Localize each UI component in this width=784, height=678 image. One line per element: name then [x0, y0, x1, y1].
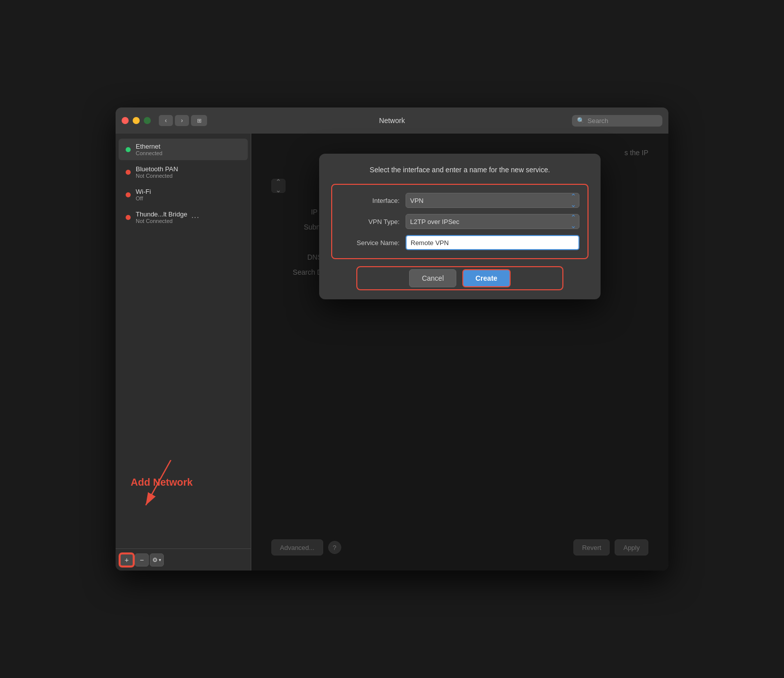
new-service-modal: Select the interface and enter a name fo…	[319, 154, 601, 299]
sidebar-item-thunderbolt[interactable]: Thunde...lt Bridge Not Connected ···	[119, 206, 248, 228]
search-input[interactable]	[587, 117, 657, 125]
add-network-button[interactable]: +	[120, 553, 134, 567]
three-dots-icon: ···	[191, 213, 200, 222]
annotation-area: Add Network	[116, 345, 251, 548]
window-title: Network	[379, 117, 405, 125]
annotation-arrow-svg	[141, 460, 201, 530]
interface-select-wrapper: VPN ⌃⌄	[406, 193, 579, 208]
modal-overlay: Select the interface and enter a name fo…	[251, 134, 668, 571]
ethernet-name: Ethernet	[136, 143, 162, 150]
sidebar-item-wifi[interactable]: Wi-Fi Off	[119, 184, 248, 205]
bluetooth-name: Bluetooth PAN	[136, 165, 178, 173]
maximize-button[interactable]	[144, 117, 151, 124]
wifi-info: Wi-Fi Off	[136, 188, 151, 201]
search-icon: 🔍	[577, 117, 584, 124]
vpn-type-select[interactable]: L2TP over IPSec	[406, 214, 579, 229]
modal-buttons: Cancel Create	[331, 269, 589, 287]
thunderbolt-status: Not Connected	[136, 218, 187, 224]
bluetooth-info: Bluetooth PAN Not Connected	[136, 165, 178, 179]
main-content: Ethernet Connected Bluetooth PAN Not Con…	[116, 134, 668, 571]
status-dot-ethernet	[126, 147, 131, 152]
sidebar-item-ethernet[interactable]: Ethernet Connected	[119, 139, 248, 160]
modal-title: Select the interface and enter a name fo…	[331, 166, 589, 174]
titlebar: ‹ › ⊞ Network 🔍	[116, 107, 668, 134]
service-name-label: Service Name:	[340, 239, 406, 247]
ethernet-info: Ethernet Connected	[136, 143, 162, 156]
gear-icon: ⚙	[152, 556, 158, 563]
interface-select[interactable]: VPN	[406, 193, 579, 208]
right-panel: s the IP ⌃⌄ IP Address: 192.168.1.100 Su…	[251, 134, 668, 571]
status-dot-bluetooth	[126, 170, 131, 175]
sidebar-controls: + − ⚙ ▾	[116, 548, 251, 571]
bluetooth-status: Not Connected	[136, 173, 178, 179]
vpn-type-select-wrapper: L2TP over IPSec ⌃⌄	[406, 214, 579, 229]
interface-label: Interface:	[340, 197, 406, 204]
sidebar-item-bluetooth[interactable]: Bluetooth PAN Not Connected	[119, 161, 248, 183]
grid-button[interactable]: ⊞	[191, 115, 207, 126]
minimize-button[interactable]	[133, 117, 140, 124]
cancel-button[interactable]: Cancel	[409, 269, 456, 287]
modal-form: Interface: VPN ⌃⌄ VPN Type:	[331, 184, 589, 259]
service-name-row: Service Name:	[340, 235, 579, 250]
status-dot-wifi	[126, 192, 131, 197]
buttons-highlight-border	[356, 266, 563, 290]
network-list: Ethernet Connected Bluetooth PAN Not Con…	[116, 134, 251, 345]
thunderbolt-info: Thunde...lt Bridge Not Connected	[136, 210, 187, 224]
remove-network-button[interactable]: −	[135, 553, 149, 567]
sidebar: Ethernet Connected Bluetooth PAN Not Con…	[116, 134, 251, 571]
close-button[interactable]	[122, 117, 129, 124]
wifi-status: Off	[136, 195, 151, 201]
wifi-name: Wi-Fi	[136, 188, 151, 195]
forward-button[interactable]: ›	[175, 115, 189, 126]
chevron-down-icon: ▾	[159, 557, 161, 562]
gear-settings-button[interactable]: ⚙ ▾	[150, 553, 164, 567]
search-bar[interactable]: 🔍	[572, 115, 662, 127]
back-button[interactable]: ‹	[159, 115, 173, 126]
svg-line-1	[146, 460, 171, 505]
create-button[interactable]: Create	[462, 269, 511, 287]
interface-row: Interface: VPN ⌃⌄	[340, 193, 579, 208]
vpn-type-row: VPN Type: L2TP over IPSec ⌃⌄	[340, 214, 579, 229]
vpn-type-label: VPN Type:	[340, 218, 406, 225]
nav-buttons: ‹ ›	[159, 115, 189, 126]
service-name-input[interactable]	[406, 235, 579, 250]
thunderbolt-name: Thunde...lt Bridge	[136, 210, 187, 218]
traffic-lights	[122, 117, 151, 124]
ethernet-status: Connected	[136, 150, 162, 156]
status-dot-thunderbolt	[126, 215, 131, 220]
network-window: ‹ › ⊞ Network 🔍 Ethernet Connected	[116, 107, 668, 571]
